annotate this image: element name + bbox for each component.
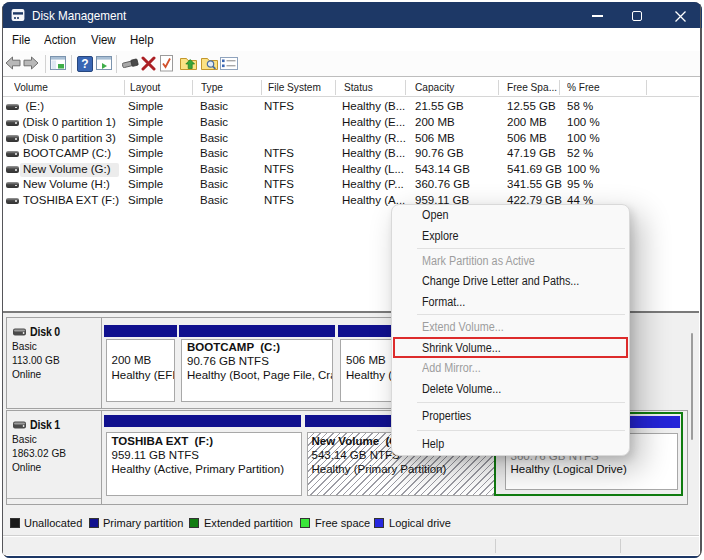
svg-text:?: ? bbox=[81, 57, 88, 71]
